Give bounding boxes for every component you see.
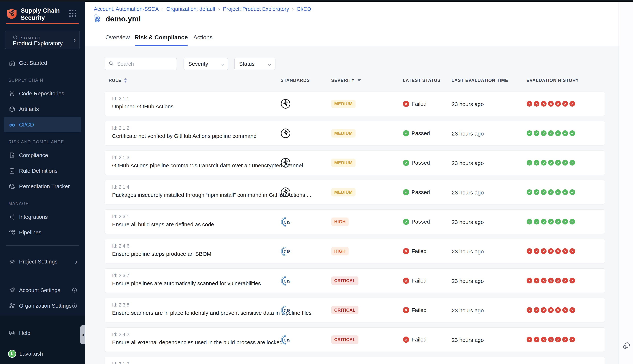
history-pass-icon[interactable] <box>534 160 540 166</box>
history-fail-icon[interactable] <box>526 248 532 254</box>
history-pass-icon[interactable] <box>570 160 575 166</box>
history-fail-icon[interactable] <box>541 307 546 313</box>
history-fail-icon[interactable] <box>541 248 546 254</box>
history-pass-icon[interactable] <box>555 130 561 136</box>
history-fail-icon[interactable] <box>562 307 568 313</box>
history-fail-icon[interactable] <box>526 101 532 106</box>
history-pass-icon[interactable] <box>555 219 561 224</box>
app-grid-icon[interactable] <box>69 10 76 17</box>
history-fail-icon[interactable] <box>534 278 540 284</box>
sidebar-item-pipelines[interactable]: Pipelines <box>4 225 81 240</box>
table-row[interactable]: Id: 2.1.2 Certificate not verified by Gi… <box>104 121 605 146</box>
sidebar-item-compliance[interactable]: Compliance <box>4 148 81 163</box>
history-fail-icon[interactable] <box>534 337 540 342</box>
table-row[interactable]: Id: 2.4.2 Ensure all external dependenci… <box>104 328 605 352</box>
history-fail-icon[interactable] <box>548 101 554 106</box>
history-fail-icon[interactable] <box>548 307 554 313</box>
info-icon[interactable] <box>72 303 78 309</box>
history-fail-icon[interactable] <box>548 278 554 284</box>
history-pass-icon[interactable] <box>548 160 554 166</box>
history-pass-icon[interactable] <box>548 130 554 136</box>
history-fail-icon[interactable] <box>562 248 568 254</box>
history-pass-icon[interactable] <box>534 189 540 195</box>
column-header-rule[interactable]: RULE <box>108 77 127 84</box>
history-fail-icon[interactable] <box>555 248 561 254</box>
history-pass-icon[interactable] <box>526 189 532 195</box>
history-fail-icon[interactable] <box>541 337 546 342</box>
history-fail-icon[interactable] <box>526 278 532 284</box>
sidebar-item-integrations[interactable]: Integrations <box>4 209 81 225</box>
history-fail-icon[interactable] <box>570 101 575 106</box>
history-fail-icon[interactable] <box>526 337 532 342</box>
history-fail-icon[interactable] <box>562 101 568 106</box>
history-fail-icon[interactable] <box>555 307 561 313</box>
table-row[interactable]: Id: 2.3.8 Ensure scanners are in place t… <box>104 298 605 322</box>
history-pass-icon[interactable] <box>541 219 546 224</box>
history-pass-icon[interactable] <box>570 219 575 224</box>
history-fail-icon[interactable] <box>548 248 554 254</box>
sidebar-item-organization-settings[interactable]: Organization Settings <box>4 298 81 314</box>
history-pass-icon[interactable] <box>555 160 561 166</box>
sidebar-item-get-started[interactable]: Get Started <box>4 55 81 71</box>
breadcrumb-link[interactable]: CI/CD <box>296 6 311 12</box>
tab-risk-compliance[interactable]: Risk & Compliance <box>134 31 188 44</box>
history-fail-icon[interactable] <box>570 278 575 284</box>
history-pass-icon[interactable] <box>555 189 561 195</box>
history-pass-icon[interactable] <box>541 130 546 136</box>
column-header-latest-status[interactable]: LATEST STATUS <box>403 77 440 84</box>
project-selector[interactable]: PROJECT Product Exploratory › <box>5 30 80 49</box>
sidebar-item-help[interactable]: ? Help <box>4 325 81 341</box>
sidebar-item-rule-definitions[interactable]: Rule Definitions <box>4 163 81 178</box>
history-pass-icon[interactable] <box>562 160 568 166</box>
sidebar-item-account-settings[interactable]: Account Settings <box>4 282 81 298</box>
search-input[interactable] <box>117 61 172 67</box>
table-row[interactable]: Id: 2.4.6 Ensure pipeline steps produce … <box>104 239 605 263</box>
history-pass-icon[interactable] <box>534 130 540 136</box>
sidebar-item-ci-cd[interactable]: ∞CI/CD <box>4 117 81 132</box>
history-fail-icon[interactable] <box>562 337 568 342</box>
history-fail-icon[interactable] <box>555 278 561 284</box>
history-pass-icon[interactable] <box>534 219 540 224</box>
sidebar-item-project-settings[interactable]: Project Settings › <box>4 254 81 269</box>
history-pass-icon[interactable] <box>562 130 568 136</box>
history-pass-icon[interactable] <box>570 189 575 195</box>
history-fail-icon[interactable] <box>541 278 546 284</box>
history-pass-icon[interactable] <box>548 219 554 224</box>
history-fail-icon[interactable] <box>534 101 540 106</box>
history-fail-icon[interactable] <box>570 248 575 254</box>
history-pass-icon[interactable] <box>526 130 532 136</box>
history-fail-icon[interactable] <box>526 307 532 313</box>
table-row[interactable]: Id: 2.3.7 Ensure pipelines are automatic… <box>104 268 605 293</box>
table-row[interactable]: Id: 2.1.4 Packages insecurely installed … <box>104 180 605 204</box>
history-pass-icon[interactable] <box>562 219 568 224</box>
user-menu[interactable]: L Lavakush <box>4 346 81 362</box>
history-pass-icon[interactable] <box>526 219 532 224</box>
history-pass-icon[interactable] <box>541 160 546 166</box>
history-fail-icon[interactable] <box>548 337 554 342</box>
sidebar-collapse-handle[interactable]: ◀ <box>80 325 85 344</box>
tab-actions[interactable]: Actions <box>194 31 213 44</box>
history-pass-icon[interactable] <box>526 160 532 166</box>
history-fail-icon[interactable] <box>534 248 540 254</box>
table-row[interactable]: Id: 2.1.3 GitHub Actions pipeline comman… <box>104 150 605 175</box>
history-fail-icon[interactable] <box>555 337 561 342</box>
sort-icon[interactable] <box>124 78 127 82</box>
column-header-last-evaluation-time[interactable]: LAST EVALUATION TIME <box>452 77 508 84</box>
history-pass-icon[interactable] <box>548 189 554 195</box>
sidebar-item-artifacts[interactable]: Artifacts <box>4 101 81 117</box>
status-filter[interactable]: Status ⌄ <box>234 58 276 70</box>
sidebar-item-remediation-tracker[interactable]: Remediation Tracker <box>4 178 81 194</box>
severity-filter[interactable]: Severity ⌄ <box>184 58 228 70</box>
column-header-severity[interactable]: SEVERITY <box>331 77 361 84</box>
history-pass-icon[interactable] <box>541 189 546 195</box>
chat-bubbles-icon[interactable] <box>622 341 630 350</box>
sidebar-item-code-repositories[interactable]: </>Code Repositories <box>4 86 81 101</box>
info-icon[interactable] <box>72 287 78 293</box>
breadcrumb-link[interactable]: Account: Automation-SSCA <box>94 6 159 12</box>
table-row[interactable]: Id: 2.3.1 Ensure all build steps are def… <box>104 210 605 234</box>
breadcrumb-link[interactable]: Organization: default <box>166 6 216 12</box>
history-pass-icon[interactable] <box>562 189 568 195</box>
history-fail-icon[interactable] <box>570 337 575 342</box>
history-fail-icon[interactable] <box>570 307 575 313</box>
table-row[interactable]: Id: 2.1.1 Unpinned GitHub Actions MEDIUM… <box>104 92 605 116</box>
